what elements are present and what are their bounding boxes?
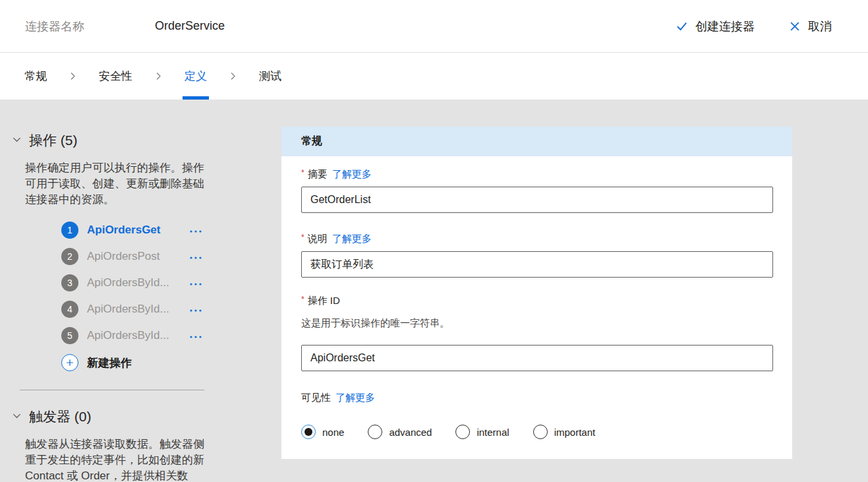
- operation-item[interactable]: 2 ApiOrdersPost: [61, 243, 204, 270]
- triggers-section-title: 触发器 (0): [29, 407, 92, 426]
- tab-security[interactable]: 安全性: [98, 53, 134, 100]
- create-connector-button[interactable]: 创建连接器: [676, 18, 755, 34]
- operation-name: ApiOrdersById...: [87, 276, 169, 289]
- chevron-down-icon: [12, 135, 22, 147]
- visibility-radio-group: none advanced internal important: [301, 417, 772, 446]
- radio-icon: [533, 425, 548, 439]
- connector-name-label: 连接器名称: [25, 18, 84, 34]
- description-field-label: 说明: [308, 233, 328, 245]
- panel-body: * 摘要 了解更多 * 说明 了解更多 * 操作 ID 这是用于标识操作的唯一字…: [281, 168, 792, 459]
- operation-number-badge: 5: [61, 327, 78, 344]
- operation-id-input[interactable]: [301, 345, 773, 371]
- more-options-icon[interactable]: [187, 249, 204, 264]
- operations-list: 1 ApiOrdersGet 2 ApiOrdersPost 3 ApiOrde…: [61, 217, 204, 349]
- summary-field-label: 摘要: [308, 168, 328, 181]
- general-panel: 常规 * 摘要 了解更多 * 说明 了解更多 * 操作 ID 这是用于标识操作的…: [281, 127, 792, 459]
- radio-icon: [368, 425, 382, 439]
- operation-item[interactable]: 3 ApiOrdersById...: [61, 270, 204, 296]
- radio-label: none: [322, 427, 344, 438]
- tab-general[interactable]: 常规: [23, 53, 48, 100]
- radio-icon: [455, 425, 470, 439]
- operation-item[interactable]: 4 ApiOrdersById...: [61, 296, 204, 322]
- topbar: 连接器名称 OrderService 创建连接器 取消: [0, 0, 868, 53]
- operation-number-badge: 3: [61, 274, 78, 291]
- operation-number-badge: 2: [61, 248, 78, 265]
- visibility-radio-none[interactable]: none: [301, 425, 344, 439]
- triggers-description: 触发器从连接器读取数据。触发器侧重于发生的特定事件，比如创建的新 Contact…: [25, 437, 204, 482]
- triggers-section: 触发器 (0) 触发器从连接器读取数据。触发器侧重于发生的特定事件，比如创建的新…: [12, 407, 281, 482]
- definition-sidebar: 操作 (5) 操作确定用户可以执行的操作。操作可用于读取、创建、更新或删除基础连…: [0, 100, 281, 482]
- radio-icon: [301, 425, 316, 439]
- radio-label: advanced: [389, 427, 432, 438]
- visibility-radio-internal[interactable]: internal: [455, 425, 509, 439]
- content-area: 操作 (5) 操作确定用户可以执行的操作。操作可用于读取、创建、更新或删除基础连…: [0, 100, 868, 482]
- topbar-actions: 创建连接器 取消: [676, 18, 832, 34]
- description-field-label-row: * 说明 了解更多: [301, 233, 772, 245]
- operations-description: 操作确定用户可以执行的操作。操作可用于读取、创建、更新或删除基础连接器中的资源。: [25, 160, 204, 208]
- chevron-right-icon: [229, 72, 237, 80]
- required-asterisk: *: [301, 168, 304, 177]
- more-options-icon[interactable]: [187, 276, 204, 291]
- summary-field-label-row: * 摘要 了解更多: [301, 168, 772, 181]
- radio-label: internal: [477, 427, 509, 438]
- description-learn-more-link[interactable]: 了解更多: [332, 233, 372, 245]
- cancel-label: 取消: [808, 18, 832, 34]
- operation-name: ApiOrdersGet: [87, 224, 160, 237]
- required-asterisk: *: [301, 233, 304, 242]
- create-connector-label: 创建连接器: [695, 18, 755, 34]
- summary-input[interactable]: [301, 187, 773, 213]
- summary-learn-more-link[interactable]: 了解更多: [332, 168, 372, 181]
- connector-name-value: OrderService: [155, 19, 225, 33]
- operation-name: ApiOrdersById...: [87, 329, 169, 342]
- operation-item[interactable]: 1 ApiOrdersGet: [61, 217, 204, 243]
- chevron-right-icon: [154, 72, 163, 80]
- visibility-radio-advanced[interactable]: advanced: [368, 425, 432, 439]
- operations-section-title: 操作 (5): [29, 131, 78, 150]
- sidebar-divider: [20, 390, 204, 390]
- description-input[interactable]: [301, 251, 773, 278]
- radio-label: important: [554, 427, 596, 438]
- visibility-field-label: 可见性: [301, 392, 331, 404]
- operation-name: ApiOrdersPost: [87, 250, 160, 263]
- operation-name: ApiOrdersById...: [87, 303, 169, 316]
- cancel-button[interactable]: 取消: [789, 18, 832, 34]
- operation-id-helper-text: 这是用于标识操作的唯一字符串。: [301, 317, 772, 330]
- more-options-icon[interactable]: [187, 302, 204, 317]
- required-asterisk: *: [301, 295, 304, 304]
- new-action-button[interactable]: 新建操作: [61, 350, 281, 375]
- more-options-icon[interactable]: [187, 223, 204, 238]
- operations-section-header[interactable]: 操作 (5): [12, 131, 281, 150]
- close-icon: [789, 20, 801, 32]
- operation-item[interactable]: 5 ApiOrdersById...: [61, 322, 204, 349]
- visibility-field-label-row: 可见性 了解更多: [301, 392, 772, 404]
- panel-header: 常规: [281, 127, 792, 156]
- tab-test[interactable]: 测试: [258, 53, 283, 100]
- operation-id-field-label-row: * 操作 ID: [301, 295, 772, 307]
- triggers-section-header[interactable]: 触发器 (0): [12, 407, 281, 426]
- operation-number-badge: 4: [61, 301, 78, 318]
- chevron-down-icon: [12, 411, 22, 423]
- operation-id-field-label: 操作 ID: [308, 295, 340, 307]
- tab-definition[interactable]: 定义: [183, 53, 208, 100]
- check-icon: [676, 20, 688, 32]
- more-options-icon[interactable]: [187, 328, 204, 344]
- operation-number-badge: 1: [61, 222, 78, 239]
- chevron-right-icon: [69, 72, 77, 80]
- visibility-radio-important[interactable]: important: [533, 425, 596, 439]
- visibility-learn-more-link[interactable]: 了解更多: [335, 392, 375, 404]
- plus-icon: [61, 354, 78, 371]
- wizard-steps: 常规 安全性 定义 测试: [0, 53, 868, 100]
- new-action-label: 新建操作: [87, 355, 132, 371]
